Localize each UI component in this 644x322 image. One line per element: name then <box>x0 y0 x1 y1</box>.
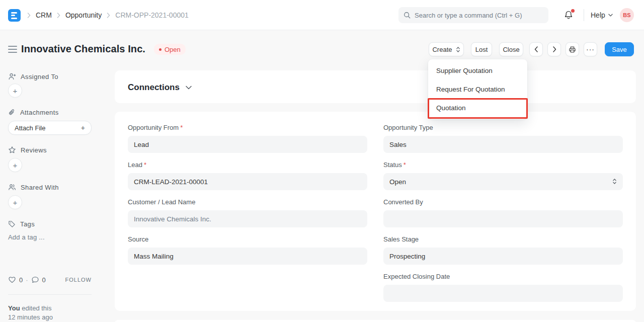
add-share-button[interactable]: + <box>8 195 22 209</box>
required-asterisk: * <box>180 124 183 132</box>
paperclip-icon <box>8 109 16 116</box>
comment-count: 0 <box>42 276 46 284</box>
connections-title: Connections <box>128 83 180 93</box>
navbar: CRM Opportunity CRM-OPP-2021-00001 Help … <box>0 0 644 30</box>
help-label: Help <box>591 11 605 19</box>
edited-action: edited this <box>22 304 51 312</box>
source-input[interactable]: Mass Mailing <box>128 248 367 265</box>
search-input[interactable] <box>415 12 543 19</box>
navbar-divider <box>584 9 584 21</box>
form-column-right: Opportunity TypeSalesStatus*OpenConverte… <box>383 124 623 310</box>
next-document-button[interactable] <box>547 42 561 56</box>
required-asterisk: * <box>404 161 406 169</box>
plus-icon: + <box>81 124 85 132</box>
form-column-left: Opportunity From*LeadLead*CRM-LEAD-2021-… <box>128 124 367 310</box>
field-expected-closing-date: Expected Closing Date <box>383 273 623 302</box>
chevron-down-icon <box>608 14 613 17</box>
menu-item-supplier-quotation[interactable]: Supplier Quotation <box>428 61 527 80</box>
user-plus-icon <box>8 72 16 80</box>
status-input[interactable]: Open <box>383 173 623 190</box>
menu-item-request-for-quotation[interactable]: Request For Quotation <box>428 80 527 99</box>
add-tag-input[interactable]: Add a tag ... <box>8 233 45 241</box>
comment-icon[interactable] <box>31 276 39 284</box>
next-section-card <box>115 320 636 322</box>
shared-with-label: Shared With <box>21 184 59 191</box>
reviews-section: Reviews <box>8 146 47 154</box>
opportunity-from-label: Opportunity From* <box>128 124 367 132</box>
chevron-down-icon <box>186 86 192 90</box>
status-badge: Open <box>154 44 186 55</box>
opportunity-type-label: Opportunity Type <box>383 124 623 132</box>
expected-closing-date-input[interactable] <box>383 285 623 302</box>
global-search[interactable] <box>398 7 548 23</box>
create-button[interactable]: Create <box>429 42 464 56</box>
edited-by: You <box>8 304 20 312</box>
add-assignment-button[interactable]: + <box>8 84 22 98</box>
details-form-card: Opportunity From*LeadLead*CRM-LEAD-2021-… <box>115 112 636 311</box>
breadcrumb-crm[interactable]: CRM <box>36 11 52 19</box>
tag-icon <box>8 220 16 228</box>
like-count: 0 <box>19 276 23 284</box>
attach-file-label: Attach File <box>15 124 45 132</box>
opportunity-type-input[interactable]: Sales <box>383 136 623 153</box>
customer-lead-name-label: Customer / Lead Name <box>128 198 367 206</box>
help-menu[interactable]: Help <box>591 0 613 30</box>
select-arrows-icon <box>612 178 617 185</box>
follow-button[interactable]: FOLLOW <box>65 277 92 283</box>
lost-button[interactable]: Lost <box>471 42 492 56</box>
page-header: Innovative Chemicals Inc. Open Create Lo… <box>0 30 644 68</box>
previous-document-button[interactable] <box>529 42 543 56</box>
field-customer-lead-name: Customer / Lead NameInnovative Chemicals… <box>128 198 367 227</box>
sidebar-divider <box>8 294 92 295</box>
printer-icon <box>569 46 576 53</box>
breadcrumb-current-doc: CRM-OPP-2021-00001 <box>115 11 189 19</box>
print-button[interactable] <box>566 42 579 56</box>
erpnext-logo[interactable] <box>8 9 21 22</box>
users-icon <box>8 183 16 191</box>
reviews-label: Reviews <box>21 146 47 154</box>
sidebar-toggle-icon[interactable] <box>8 46 17 53</box>
opportunity-from-input[interactable]: Lead <box>128 136 367 153</box>
status-dot-icon <box>159 48 162 51</box>
connections-card: Connections <box>115 70 636 103</box>
assigned-to-label: Assigned To <box>21 73 58 80</box>
close-button[interactable]: Close <box>499 42 523 56</box>
heart-icon[interactable] <box>8 276 16 284</box>
source-label: Source <box>128 235 367 244</box>
lead-label: Lead* <box>128 161 367 169</box>
attach-file-button[interactable]: Attach File + <box>8 121 92 135</box>
notification-bell-icon[interactable] <box>564 10 575 21</box>
field-opportunity-from: Opportunity From*Lead <box>128 124 367 153</box>
last-edited-info: You edited this 12 minutes ago <box>8 304 53 322</box>
chevron-right-icon <box>57 13 60 18</box>
lead-input[interactable]: CRM-LEAD-2021-00001 <box>128 173 367 190</box>
converted-by-input[interactable] <box>383 210 623 227</box>
field-sales-stage: Sales StageProspecting <box>383 235 623 265</box>
field-lead: Lead*CRM-LEAD-2021-00001 <box>128 161 367 190</box>
save-button[interactable]: Save <box>605 42 634 56</box>
attachments-label: Attachments <box>20 109 59 116</box>
attachments-section: Attachments <box>8 109 59 116</box>
page-title: Innovative Chemicals Inc. <box>21 43 145 55</box>
sales-stage-input[interactable]: Prospecting <box>383 248 623 265</box>
form-grid: Opportunity From*LeadLead*CRM-LEAD-2021-… <box>128 124 623 310</box>
star-icon <box>8 146 16 154</box>
chevron-right-icon <box>27 13 31 18</box>
customer-lead-name-input[interactable]: Innovative Chemicals Inc. <box>128 210 367 227</box>
more-options-button[interactable]: ··· <box>584 42 597 56</box>
breadcrumb: CRM Opportunity CRM-OPP-2021-00001 <box>27 0 189 30</box>
required-asterisk: * <box>144 161 146 169</box>
assigned-to-section: Assigned To <box>8 72 58 80</box>
add-review-button[interactable]: + <box>8 158 22 172</box>
tags-section: Tags <box>8 220 35 228</box>
create-dropdown-menu: Supplier QuotationRequest For QuotationQ… <box>428 59 527 119</box>
user-avatar[interactable]: BS <box>620 8 634 22</box>
breadcrumb-opportunity[interactable]: Opportunity <box>65 11 102 19</box>
menu-item-quotation[interactable]: Quotation <box>428 99 527 117</box>
field-opportunity-type: Opportunity TypeSales <box>383 124 623 153</box>
search-icon <box>404 12 411 19</box>
edited-time: 12 minutes ago <box>8 313 53 321</box>
field-converted-by: Converted By <box>383 198 623 227</box>
reactions-row: 0 · 0 FOLLOW <box>8 276 92 284</box>
connections-section-toggle[interactable]: Connections <box>115 70 636 93</box>
